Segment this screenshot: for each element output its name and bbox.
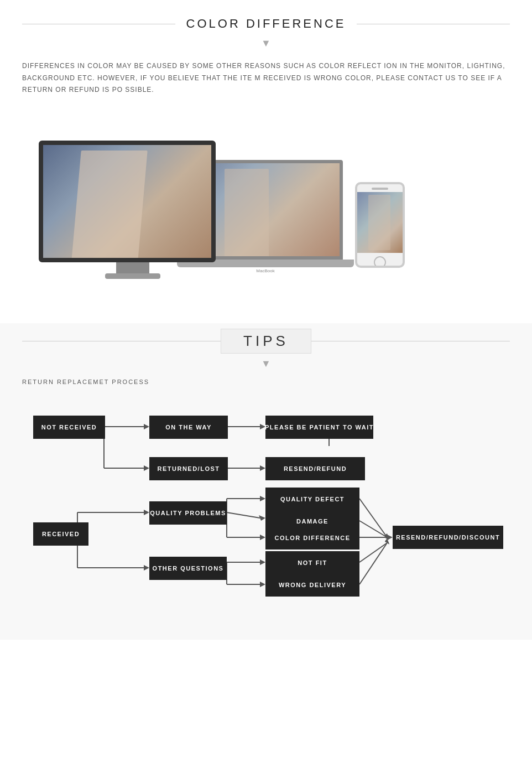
monitor-base [105, 273, 160, 279]
svg-marker-4 [144, 465, 149, 471]
quality-defect-box: QUALITY DEFECT [265, 488, 359, 511]
svg-marker-31 [260, 582, 265, 587]
mobile-phone [355, 182, 410, 268]
desktop-monitor [39, 141, 227, 290]
svg-line-21 [227, 512, 260, 518]
svg-marker-35 [384, 533, 389, 539]
svg-marker-28 [260, 559, 265, 565]
wrong-delivery-box: WRONG DELIVERY [265, 573, 359, 597]
color-difference-header: COLOR DIFFERENCE [22, 17, 510, 31]
phone-screen [357, 192, 403, 253]
flow-diagram: NOT RECEIVED ON THE WAY RETURNED/LOST PL… [22, 396, 520, 629]
color-difference-title: COLOR DIFFERENCE [175, 17, 357, 31]
received-box: RECEIVED [33, 522, 88, 546]
svg-marker-25 [260, 535, 265, 540]
header-line-left [22, 24, 175, 24]
svg-line-38 [359, 543, 387, 562]
tips-chevron-icon: ▼ [22, 358, 510, 370]
resend-refund-1-box: RESEND/REFUND [265, 457, 365, 480]
on-the-way-box: ON THE WAY [149, 416, 228, 439]
color-difference-flow-box: COLOR DIFFERENCE [265, 526, 359, 550]
phone-body [355, 182, 405, 268]
svg-marker-37 [387, 535, 393, 540]
phone-speaker [372, 188, 388, 190]
tips-title: TIPS [221, 329, 311, 354]
monitor-screen-inner [43, 145, 211, 258]
svg-line-40 [359, 543, 387, 584]
monitor-screen [39, 141, 216, 262]
svg-marker-20 [260, 496, 265, 501]
please-be-patient-box: PLEASE BE PATIENT TO WAIT [265, 416, 373, 439]
svg-marker-1 [144, 424, 149, 429]
chevron-down-icon: ▼ [22, 38, 510, 49]
tips-header: TIPS [22, 329, 510, 354]
color-difference-section: COLOR DIFFERENCE ▼ DIFFERENCES IN COLOR … [0, 0, 532, 323]
return-process-label: RETURN REPLACEMET PROCESS [22, 379, 510, 385]
svg-marker-9 [260, 465, 265, 471]
svg-marker-33 [384, 535, 389, 540]
other-questions-box: OTHER QUESTIONS [149, 557, 227, 580]
returned-lost-box: RETURNED/LOST [149, 457, 228, 480]
monitor-stand [116, 262, 149, 273]
resend-refund-discount-box: RESEND/REFUND/DISCOUNT [393, 526, 503, 549]
svg-marker-14 [144, 510, 149, 515]
phone-home-button [374, 256, 386, 268]
header-line-right [357, 24, 510, 24]
svg-marker-39 [385, 539, 389, 544]
tips-line-right [311, 341, 510, 341]
svg-marker-41 [385, 538, 389, 545]
tips-section: TIPS ▼ RETURN REPLACEMET PROCESS [0, 323, 532, 640]
tips-line-left [22, 341, 221, 341]
svg-marker-17 [144, 565, 149, 571]
not-received-box: NOT RECEIVED [33, 416, 105, 439]
svg-line-34 [359, 521, 387, 537]
svg-line-32 [359, 499, 387, 537]
color-diff-description: DIFFERENCES IN COLOR MAY BE CAUSED BY SO… [22, 60, 510, 96]
quality-problems-box: QUALITY PROBLEMS [149, 501, 227, 525]
not-fit-box: NOT FIT [265, 551, 359, 574]
svg-marker-22 [259, 515, 265, 521]
devices-illustration: MacBook [39, 113, 510, 290]
